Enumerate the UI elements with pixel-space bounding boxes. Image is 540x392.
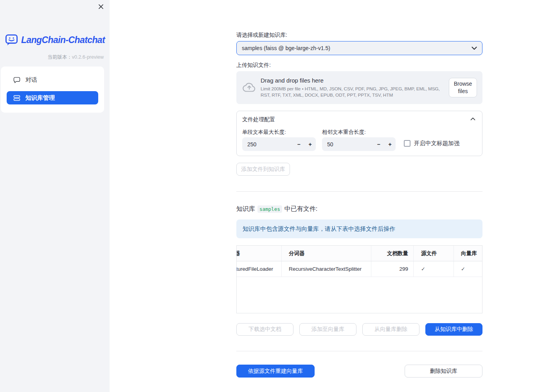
uploader-texts: Drag and drop files here Limit 200MB per…	[261, 77, 450, 98]
chunk-size-step-down[interactable]: −	[293, 137, 304, 151]
sidebar-item-label: 知识库管理	[25, 94, 55, 102]
rebuild-vector-store-button[interactable]: 依据源文件重建向量库	[236, 365, 315, 378]
kb-files-heading: 知识库 samples 中已有文件:	[236, 205, 317, 213]
kb-select[interactable]: samples (faiss @ bge-large-zh-v1.5)	[236, 41, 482, 55]
overlap-size-step-down[interactable]: −	[373, 137, 384, 151]
overlap-size-label: 相邻文本重合长度:	[322, 129, 366, 136]
file-uploader-dropzone[interactable]: Drag and drop files here Limit 200MB per…	[236, 71, 482, 104]
divider	[236, 191, 482, 192]
delete-from-kb-button[interactable]: 从知识库中删除	[425, 323, 482, 336]
uploader-limit-text: Limit 200MB per file • HTML, MD, JSON, C…	[261, 86, 450, 98]
table-header-vector-store[interactable]: 向量库	[454, 246, 482, 261]
chevron-down-icon	[472, 47, 477, 50]
overlap-size-step-up[interactable]: +	[384, 137, 396, 151]
info-banner: 知识库中包含源文件与向量库，请从下表中选择文件后操作	[236, 219, 482, 238]
sidebar: LangChain-Chatchat 当前版本：v0.2.6-preview 对…	[0, 0, 110, 392]
version-value: v0.2.6-preview	[72, 54, 104, 60]
delete-kb-button[interactable]: 删除知识库	[405, 365, 482, 378]
divider	[236, 351, 482, 351]
check-icon: ✓	[421, 266, 425, 272]
table-header-splitter[interactable]: 分词器	[281, 246, 371, 261]
cloud-upload-icon	[243, 82, 256, 92]
table-header-loader[interactable]: 文档加载器	[237, 246, 281, 261]
info-banner-text: 知识库中包含源文件与向量库，请从下表中选择文件后操作	[243, 225, 395, 233]
kb-select-value: samples (faiss @ bge-large-zh-v1.5)	[242, 45, 472, 51]
app-logo: LangChain-Chatchat	[5, 34, 105, 47]
chunk-size-label: 单段文本最大长度:	[242, 129, 286, 136]
chevron-up-icon	[470, 117, 475, 120]
chat-logo-icon	[5, 34, 18, 47]
uploader-title: Drag and drop files here	[261, 77, 450, 84]
table-row[interactable]: UnstructuredFileLoader RecursiveCharacte…	[237, 261, 482, 277]
expander-header[interactable]: 文件处理配置	[237, 111, 482, 127]
kb-files-heading-suffix: 中已有文件:	[284, 205, 317, 213]
add-files-button[interactable]: 添加文件到知识库	[236, 163, 290, 176]
browse-files-button[interactable]: Browse files	[449, 78, 477, 97]
cell-source-file[interactable]: ✓	[413, 261, 454, 277]
cell-splitter[interactable]: RecursiveCharacterTextSplitter	[281, 261, 371, 277]
expander-title: 文件处理配置	[242, 116, 275, 123]
close-icon	[98, 4, 104, 9]
chunk-size-step-up[interactable]: +	[304, 137, 316, 151]
sidebar-item-dialogue[interactable]: 对话	[7, 73, 98, 87]
chunk-size-value[interactable]: 250	[242, 141, 293, 147]
app-logo-text: LangChain-Chatchat	[21, 35, 105, 45]
zh-title-checkbox-label: 开启中文标题加强	[414, 140, 459, 147]
sidebar-item-label: 对话	[25, 76, 37, 84]
sidebar-nav: 对话 知识库管理	[1, 67, 104, 113]
kb-name-code: samples	[257, 205, 282, 213]
kb-files-table: 文档加载器 分词器 文档数量 源文件 向量库 UnstructuredFileL…	[236, 245, 482, 313]
table-header-source-file[interactable]: 源文件	[413, 246, 454, 261]
sidebar-close-button[interactable]	[97, 3, 105, 11]
check-icon: ✓	[461, 266, 465, 272]
table-header-docs-count[interactable]: 文档数量	[371, 246, 413, 261]
kb-list-icon	[13, 95, 20, 101]
cell-vector-store[interactable]: ✓	[454, 261, 482, 277]
overlap-size-value[interactable]: 50	[322, 141, 373, 147]
delete-from-vector-store-button[interactable]: 从向量库删除	[362, 323, 419, 336]
cell-loader[interactable]: UnstructuredFileLoader	[237, 261, 281, 277]
table-header-row: 文档加载器 分词器 文档数量 源文件 向量库	[237, 246, 482, 261]
zh-title-checkbox[interactable]: 开启中文标题加强	[404, 140, 459, 147]
version-text: 当前版本：v0.2.6-preview	[47, 54, 104, 61]
upload-label: 上传知识文件:	[236, 62, 271, 69]
cell-docs-count[interactable]: 299	[371, 261, 413, 277]
file-config-expander: 文件处理配置 单段文本最大长度: 250 − + 相邻文本重合长度: 50 − …	[236, 111, 482, 156]
checkbox-box-icon[interactable]	[404, 140, 410, 147]
overlap-size-input[interactable]: 50 − +	[322, 137, 396, 151]
download-selected-button[interactable]: 下载选中文档	[236, 323, 293, 336]
add-to-vector-store-button[interactable]: 添加至向量库	[299, 323, 356, 336]
sidebar-item-kb-management[interactable]: 知识库管理	[7, 91, 98, 104]
kb-select-label: 请选择或新建知识库:	[236, 32, 287, 39]
kb-files-heading-prefix: 知识库	[236, 205, 255, 213]
version-label: 当前版本：	[47, 54, 72, 60]
chunk-size-input[interactable]: 250 − +	[242, 137, 316, 151]
chat-bubble-icon	[13, 77, 20, 83]
